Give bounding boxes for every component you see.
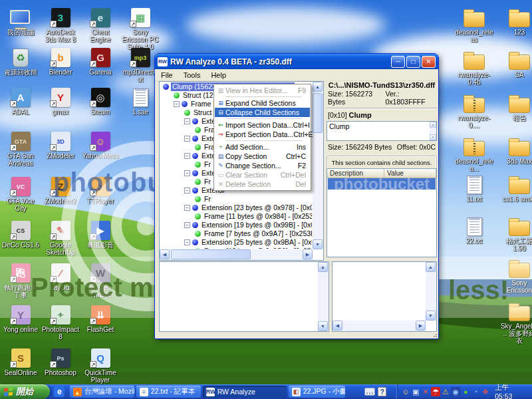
- scroll-right-icon[interactable]: ▶: [303, 249, 313, 259]
- description-value-table[interactable]: Description Value photobucket: [327, 168, 437, 257]
- maximize-button[interactable]: □: [406, 56, 420, 68]
- taskbar-task-firefox[interactable]: 🔥台灣論壇 - Mozill...: [70, 386, 134, 398]
- tree-item[interactable]: −Extension [25 bytes @ 0x9BA] - [0x03]: [160, 238, 312, 247]
- desktop-icon-left[interactable]: Y↗gmax: [41, 84, 80, 116]
- messenger-smiley-icon[interactable]: ☺: [401, 387, 410, 396]
- desktop-icon-right[interactable]: 格式工廠1.90: [500, 213, 532, 252]
- offline-x-icon[interactable]: ✕: [421, 387, 430, 396]
- security-shield-icon[interactable]: ❖: [481, 387, 490, 396]
- tree-item[interactable]: −Extension [23 bytes @ 0x978] - [0x03]: [160, 203, 312, 212]
- desktop-icon-right[interactable]: SA: [500, 47, 532, 78]
- scroll-up-icon[interactable]: ▲: [426, 262, 436, 272]
- desktop-icon-right[interactable]: rwanalyze-0....: [455, 90, 493, 129]
- tree-item[interactable]: Fr: [160, 195, 312, 203]
- collapse-expander-icon[interactable]: −: [184, 136, 190, 142]
- scroll-right-icon[interactable]: ▶: [416, 321, 426, 331]
- vertical-scrollbar[interactable]: ▲ ▼: [318, 262, 329, 331]
- start-button[interactable]: 開始: [0, 384, 50, 399]
- collapse-expander-icon[interactable]: −: [184, 239, 190, 245]
- menu-item-import-section-data[interactable]: ⇐Import Section Data...Ctrl+I: [215, 120, 310, 130]
- desktop-icon-left[interactable]: G↗Garena: [81, 44, 120, 76]
- collapse-expander-icon[interactable]: −: [184, 153, 190, 159]
- collapse-expander-icon[interactable]: −: [184, 118, 190, 124]
- menu-item-clear-section[interactable]: ▭Clear SectionCtrl+Del: [215, 170, 310, 180]
- tree-item[interactable]: Frame [7 bytes @ 0x9A7] - [0x253F2FE]: [160, 229, 312, 238]
- menu-tools[interactable]: Tools: [178, 70, 206, 80]
- language-help-icon[interactable]: ?: [378, 387, 386, 396]
- desktop-icon-left[interactable]: b↗Blender: [41, 44, 80, 76]
- broadcast-audio-icon[interactable]: ◉: [451, 387, 460, 396]
- scroll-left-icon[interactable]: ◀: [332, 321, 342, 331]
- menu-item-collapse-child-sections[interactable]: ⊟Collapse Child Sections: [215, 108, 310, 117]
- desktop-icon-left[interactable]: CS↗DeCo CS1.6: [1, 217, 40, 249]
- column-header-value[interactable]: Value: [384, 169, 436, 178]
- collapse-expander-icon[interactable]: −: [174, 101, 180, 107]
- menu-item-delete-section[interactable]: ✕Delete SectionDel: [215, 180, 310, 189]
- desktop-icon-left[interactable]: 3↗AutoDesk 3ds Max 8: [41, 4, 80, 43]
- scroll-down-icon[interactable]: ▼: [430, 134, 436, 140]
- desktop-icon-right[interactable]: 11.txt: [455, 171, 493, 203]
- scroll-thumb[interactable]: [313, 93, 323, 133]
- green-status-icon[interactable]: ●: [461, 387, 470, 396]
- horizontal-scrollbar[interactable]: ◀ ▶: [332, 321, 426, 331]
- scroll-up-icon[interactable]: ▲: [430, 122, 436, 128]
- title-bar[interactable]: RW RW Analyze 0.4 BETA - zr350.dff ─ □ ✕: [155, 54, 438, 69]
- scroll-up-icon[interactable]: ▲: [313, 82, 323, 92]
- menu-item-view-in-hex-editor[interactable]: ▥View in Hex Editor...F9: [215, 86, 310, 95]
- close-button[interactable]: ✕: [422, 56, 436, 68]
- desktop-icon-left[interactable]: Q↗QuickTime Player: [81, 344, 120, 384]
- tree-item[interactable]: −Extension [19 bytes @ 0x99B] - [0x03]: [160, 221, 312, 229]
- desktop-icon-left[interactable]: e↗Cheat Engine: [81, 4, 120, 43]
- scroll-thumb[interactable]: [171, 249, 251, 259]
- tree-item[interactable]: Frame [13 bytes @ 0x9C6] - [0x253F2FE]: [160, 247, 312, 249]
- warning-folder-icon[interactable]: ⚠: [441, 387, 450, 396]
- tree-horizontal-scrollbar[interactable]: ◀ ▶: [160, 249, 313, 260]
- menu-item-copy-section[interactable]: ▤Copy SectionCtrl+C: [215, 152, 310, 161]
- antivirus-umbrella-icon[interactable]: ☂: [431, 387, 440, 396]
- collapse-expander-icon[interactable]: −: [184, 188, 190, 194]
- menu-file[interactable]: File: [156, 70, 178, 80]
- resize-grip[interactable]: [431, 332, 438, 338]
- desktop-icon-right[interactable]: 22.txt: [455, 213, 493, 245]
- taskbar-task-rw-analyze[interactable]: RWRW Analyze: [203, 386, 287, 398]
- bottom-left-pane[interactable]: ▲ ▼: [159, 261, 329, 332]
- mini-scrollbar[interactable]: ▲ ▼: [430, 122, 436, 140]
- section-name-box[interactable]: Clump ▲ ▼: [327, 121, 437, 141]
- desktop-icon-left[interactable]: Ps↗Photoshop: [41, 344, 80, 376]
- column-header-description[interactable]: Description: [327, 169, 384, 178]
- bottom-right-pane[interactable]: ▲ ▼ ◀ ▶: [332, 261, 437, 332]
- desktop-icon-left[interactable]: 我的電腦: [1, 4, 40, 36]
- desktop-icon-left[interactable]: GTA↗GTA San Andreas: [1, 128, 40, 167]
- scroll-down-icon[interactable]: ▼: [426, 311, 436, 321]
- collapse-expander-icon[interactable]: −: [184, 170, 190, 176]
- desktop-icon-left[interactable]: VC↗GTA Vice City: [1, 173, 40, 212]
- desktop-icon-right[interactable]: deasnol_releas: [455, 4, 493, 43]
- desktop-icon-left[interactable]: ♻資源回收筒: [1, 44, 40, 76]
- menu-item-export-section-data[interactable]: ⇒Export Section Data...Ctrl+E: [215, 130, 310, 139]
- desktop-icon-right[interactable]: deasnol_relea...: [455, 133, 493, 172]
- menu-item-expand-child-sections[interactable]: ⊞Expand Child Sections: [215, 98, 310, 108]
- minimize-button[interactable]: ─: [391, 56, 405, 68]
- tree-vertical-scrollbar[interactable]: ▲ ▼: [313, 82, 323, 249]
- menu-item-add-section[interactable]: +Add Section...Ins: [215, 142, 310, 152]
- scroll-down-icon[interactable]: ▼: [318, 321, 328, 331]
- desktop-icon-right[interactable]: 報告: [500, 90, 532, 122]
- desktop-icon-right[interactable]: 123: [500, 4, 532, 36]
- desktop-icon-right[interactable]: cs1.6 amxx: [500, 171, 532, 203]
- update-swirl-icon[interactable]: ◔: [471, 387, 480, 396]
- menu-help[interactable]: Help: [205, 70, 231, 80]
- keyboard-layout-icon[interactable]: [364, 388, 375, 396]
- desktop-icon-right[interactable]: 3ds Max: [500, 133, 532, 165]
- network-monitor-icon[interactable]: ▣: [411, 387, 420, 396]
- desktop-icon-left[interactable]: S↗SealOnline: [1, 344, 40, 376]
- taskbar-task-notepad[interactable]: ≡22.txt - 記事本: [136, 386, 201, 398]
- tree-item[interactable]: Frame [11 bytes @ 0x984] - [0x253F2FE]: [160, 212, 312, 221]
- collapse-expander-icon[interactable]: −: [184, 205, 190, 211]
- scroll-up-icon[interactable]: ▲: [318, 262, 328, 272]
- taskbar-task-paint[interactable]: ◧22.JPG - 小畫家: [289, 386, 345, 398]
- collapse-expander-icon[interactable]: −: [184, 222, 190, 228]
- desktop-icon-left[interactable]: A↗ADAL: [1, 84, 40, 116]
- vertical-scrollbar[interactable]: ▲ ▼: [426, 262, 436, 321]
- desktop-icon-right[interactable]: rwanalyze-0.4b: [455, 47, 493, 86]
- desktop-icon-left[interactable]: ◎↗Steam: [81, 84, 120, 116]
